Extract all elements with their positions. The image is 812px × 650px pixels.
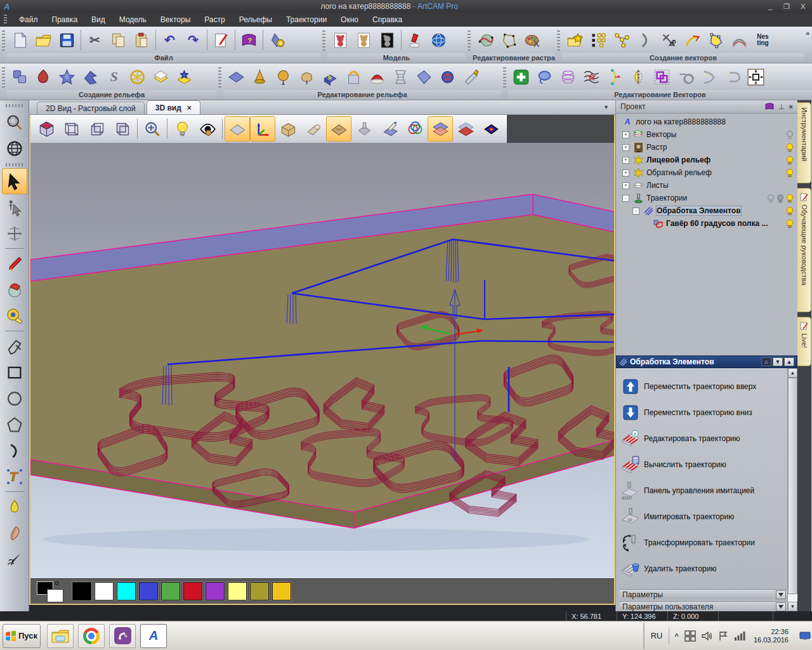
scroll-thumb[interactable] bbox=[788, 378, 797, 594]
collapse-up-button[interactable]: ▲ bbox=[784, 357, 794, 366]
extrude-fold-button[interactable] bbox=[79, 65, 102, 89]
panel-scrollbar[interactable]: ▲ ▼ bbox=[787, 368, 797, 611]
redo-button[interactable]: ↷ bbox=[181, 28, 205, 52]
star-relief-button[interactable] bbox=[55, 65, 79, 89]
help-book-icon[interactable] bbox=[765, 103, 774, 110]
minimize-button[interactable]: _ bbox=[765, 3, 775, 11]
expand-icon[interactable]: + bbox=[622, 157, 629, 164]
palette-swatch[interactable] bbox=[228, 582, 247, 600]
visibility-bulb-on[interactable] bbox=[786, 143, 794, 152]
free-polyline-button[interactable] bbox=[704, 28, 728, 52]
taskbar-explorer-icon[interactable] bbox=[47, 624, 74, 648]
palette-swatch[interactable] bbox=[72, 582, 91, 600]
wireframe-sphere-button[interactable] bbox=[427, 28, 450, 52]
zoom-marquee-button[interactable] bbox=[2, 109, 27, 135]
droplet-tool-button[interactable] bbox=[2, 494, 27, 520]
toggle-lights-button[interactable] bbox=[169, 116, 195, 142]
sphere-pin-button[interactable] bbox=[272, 65, 295, 89]
visibility-bulb-on[interactable] bbox=[786, 168, 794, 178]
expand-icon[interactable]: + bbox=[622, 169, 629, 176]
text-on-curve-button[interactable] bbox=[728, 28, 751, 52]
tree-item-machining-elements[interactable]: - Обработка Элементов bbox=[619, 204, 796, 217]
copy-button[interactable] bbox=[107, 28, 130, 52]
close-button[interactable]: X bbox=[798, 3, 808, 11]
palette-swatch[interactable] bbox=[161, 582, 180, 600]
tray-windows-grid-icon[interactable] bbox=[684, 630, 696, 642]
menu-reliefs[interactable]: Рельефы bbox=[232, 13, 279, 27]
paste-button[interactable] bbox=[130, 28, 154, 52]
pane-close-icon[interactable]: × bbox=[789, 103, 793, 110]
draw-pencil-button[interactable] bbox=[2, 251, 27, 277]
tree-item-back-relief[interactable]: + Обратный рельеф bbox=[619, 166, 796, 179]
undo-button[interactable]: ↶ bbox=[158, 28, 181, 52]
menu-drag-handle[interactable] bbox=[4, 15, 7, 25]
pin-icon[interactable]: ⊥ bbox=[778, 103, 785, 111]
scroll-down-icon[interactable]: ▼ bbox=[788, 602, 797, 611]
section-user-parameters[interactable]: Параметры пользователя bbox=[620, 601, 787, 611]
visibility-bulb-on[interactable] bbox=[786, 194, 794, 203]
toolbar-drag-handle[interactable] bbox=[2, 67, 5, 90]
visibility-bulb-off[interactable] bbox=[767, 194, 775, 203]
tray-chevron-up-icon[interactable]: ^ bbox=[675, 632, 679, 640]
action-delete-toolpath[interactable]: Удалить траекторию bbox=[620, 555, 787, 581]
transform-move-button[interactable] bbox=[2, 220, 27, 246]
action-simulate-toolpath[interactable]: Имитировать траекторию bbox=[620, 503, 787, 529]
tree-item-root[interactable]: A лого на катер8888888888 bbox=[619, 116, 796, 128]
open-file-button[interactable] bbox=[32, 28, 55, 52]
sphere-star-button[interactable] bbox=[436, 65, 459, 89]
node-edit-button[interactable] bbox=[2, 194, 27, 220]
text-tool-button[interactable]: T bbox=[2, 463, 27, 489]
collapse-down-button[interactable]: ▼ bbox=[773, 357, 783, 366]
view-along-z-button[interactable] bbox=[110, 116, 135, 142]
weave-wizard-button[interactable] bbox=[126, 65, 149, 89]
action-edit-toolpath[interactable]: i Редактировать траекторию bbox=[620, 425, 787, 451]
vector-trim-button[interactable] bbox=[2, 333, 27, 359]
mirror-vectors-button[interactable] bbox=[627, 65, 650, 89]
toggle-axes-button[interactable] bbox=[250, 116, 275, 142]
fold-star-button[interactable] bbox=[173, 65, 196, 89]
toolbar-drag-handle[interactable] bbox=[468, 30, 471, 53]
toggle-back-relief-button[interactable] bbox=[453, 116, 478, 142]
artcam-app-icon[interactable]: A bbox=[4, 2, 10, 11]
tree-item-vectors[interactable]: + Векторы bbox=[619, 128, 796, 141]
smudge-tool-button[interactable] bbox=[2, 520, 27, 546]
section-expand-icon[interactable] bbox=[776, 590, 786, 599]
tree-item-toolpath-gaver[interactable]: Гавёр 60 градусов полка ... bbox=[619, 217, 796, 230]
group-vectors-button[interactable] bbox=[650, 65, 674, 89]
tree-item-front-relief[interactable]: + Лицевой рельеф bbox=[619, 154, 796, 166]
toggle-front-relief-button[interactable] bbox=[428, 116, 453, 142]
help-book-button[interactable]: ? bbox=[237, 28, 261, 52]
tab-list-dropdown[interactable]: ▼ bbox=[603, 104, 609, 110]
relief-preview-front-button[interactable] bbox=[329, 28, 352, 52]
toolbar-overflow-button[interactable]: » bbox=[806, 27, 812, 63]
edit-notes-button[interactable] bbox=[209, 28, 233, 52]
toolbar-drag-handle[interactable] bbox=[503, 67, 506, 90]
visibility-bulb-off[interactable] bbox=[786, 130, 794, 140]
visibility-bulb-on[interactable] bbox=[786, 156, 794, 165]
tab-2d-view[interactable]: 2D Вид - Растровый слой bbox=[37, 102, 145, 114]
extrude-block-button[interactable]: b bbox=[318, 65, 342, 89]
view-along-x-button[interactable] bbox=[59, 116, 84, 142]
tree-item-toolpaths[interactable]: - Траектории bbox=[619, 192, 796, 204]
rectangle-tool-button[interactable] bbox=[2, 359, 27, 385]
cut-button[interactable]: ✂ bbox=[83, 28, 107, 52]
collapse-icon[interactable]: - bbox=[622, 195, 629, 202]
toggle-relief-button[interactable] bbox=[326, 116, 351, 142]
ellipse-tool-button[interactable] bbox=[2, 385, 27, 411]
tree-item-raster[interactable]: + Растр bbox=[619, 141, 796, 154]
add-plus-button[interactable] bbox=[509, 65, 533, 89]
toggle-preview-colors-button[interactable] bbox=[478, 116, 504, 142]
nesting-button[interactable]: Nesting bbox=[751, 28, 775, 52]
collapse-icon[interactable]: - bbox=[632, 208, 639, 215]
sculpt-chisel-button[interactable] bbox=[459, 65, 483, 89]
wireframe-vase-button[interactable] bbox=[556, 65, 580, 89]
home-button[interactable]: ⌂ bbox=[761, 357, 771, 366]
taskbar-artcam-icon[interactable]: A bbox=[140, 624, 167, 648]
visibility-bulb-gray[interactable] bbox=[776, 194, 784, 203]
primary-secondary-colors[interactable]: ⧉ bbox=[37, 581, 66, 602]
toggle-block-button[interactable] bbox=[275, 116, 301, 142]
toggle-origin-button[interactable] bbox=[195, 116, 220, 142]
toolbar-drag-handle[interactable] bbox=[6, 163, 23, 166]
action-move-toolpath-down[interactable]: Переместить траекторию вниз bbox=[620, 399, 787, 425]
toggle-plane-button[interactable] bbox=[225, 116, 250, 142]
